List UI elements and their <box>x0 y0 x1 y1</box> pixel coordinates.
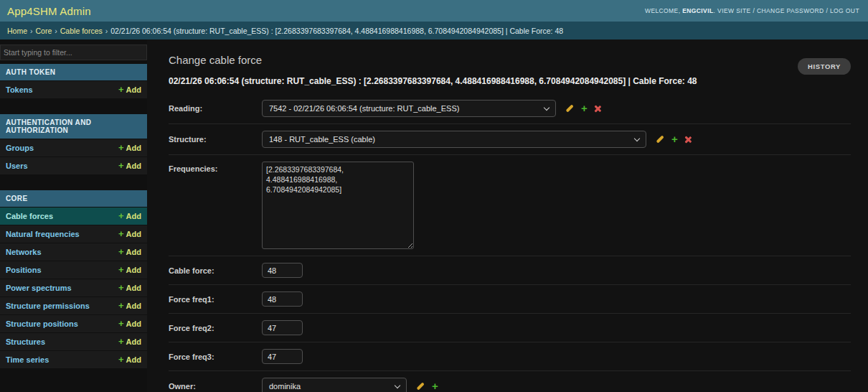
force-freq1-input[interactable] <box>262 291 303 307</box>
owner-select[interactable]: dominika <box>262 378 407 392</box>
logout-link[interactable]: LOG OUT <box>830 7 859 14</box>
cable-force-input[interactable] <box>262 263 303 278</box>
section-title: CORE <box>0 190 147 207</box>
force-freq3-input[interactable] <box>262 349 303 364</box>
sidebar-item-natural-frequencies[interactable]: Natural frequencies +Add <box>0 225 147 243</box>
plus-icon: + <box>118 320 124 327</box>
plus-icon: + <box>118 162 124 169</box>
plus-icon: + <box>118 284 124 291</box>
add-networks-link[interactable]: +Add <box>118 248 141 256</box>
form-row-force-freq3: Force freq3: <box>169 342 851 371</box>
add-structure-permissions-link[interactable]: +Add <box>118 302 141 310</box>
sidebar-item-power-spectrums[interactable]: Power spectrums +Add <box>0 279 147 297</box>
edit-reading-icon[interactable] <box>565 103 575 113</box>
model-link[interactable]: Networks <box>6 248 42 256</box>
welcome-text: WELCOME, <box>645 7 680 14</box>
site-brand[interactable]: App4SHM Admin <box>7 5 91 17</box>
section-title: AUTHENTICATION AND AUTHORIZATION <box>0 114 147 139</box>
username: ENGCIVIL <box>682 7 713 14</box>
model-link[interactable]: Users <box>6 162 28 170</box>
model-link[interactable]: Positions <box>6 266 42 274</box>
form-row-cable-force: Cable force: <box>169 256 851 285</box>
sidebar-item-users[interactable]: Users +Add <box>0 157 147 174</box>
model-link[interactable]: Tokens <box>6 85 33 94</box>
frequencies-label: Frequencies: <box>169 162 262 173</box>
add-structure-icon[interactable]: + <box>671 135 678 144</box>
add-structures-link[interactable]: +Add <box>118 337 141 346</box>
plus-icon: + <box>118 248 124 256</box>
view-site-link[interactable]: VIEW SITE <box>717 7 751 14</box>
sidebar-item-time-series[interactable]: Time series +Add <box>0 351 147 368</box>
force-freq3-label: Force freq3: <box>169 353 262 361</box>
model-link[interactable]: Cable forces <box>6 212 53 220</box>
model-link[interactable]: Structure permissions <box>6 302 90 310</box>
sidebar-item-structure-positions[interactable]: Structure positions +Add <box>0 315 147 332</box>
breadcrumb: Home › Core › Cable forces › 02/21/26 06… <box>0 22 868 39</box>
frequencies-textarea[interactable]: [2.2683397683397684, 4.488416988416988, … <box>262 162 414 249</box>
sidebar-item-structure-permissions[interactable]: Structure permissions +Add <box>0 297 147 314</box>
delete-structure-icon[interactable] <box>684 136 692 144</box>
edit-structure-icon[interactable] <box>655 134 665 144</box>
sidebar-item-groups[interactable]: Groups +Add <box>0 139 147 157</box>
form-row-reading: Reading: 7542 - 02/21/26 06:06:54 (struc… <box>169 93 851 124</box>
model-link[interactable]: Groups <box>6 144 34 152</box>
sidebar-item-networks[interactable]: Networks +Add <box>0 243 147 261</box>
sidebar-section-auth: AUTHENTICATION AND AUTHORIZATION Groups … <box>0 114 147 174</box>
structure-select[interactable]: 148 - RUT_cable_ESS (cable) <box>262 131 646 148</box>
plus-icon: + <box>118 230 124 238</box>
owner-label: Owner: <box>169 382 262 391</box>
model-link[interactable]: Structure positions <box>6 319 78 328</box>
history-button[interactable]: HISTORY <box>798 58 851 75</box>
add-natural-frequencies-link[interactable]: +Add <box>118 230 141 238</box>
chevron-down-icon <box>634 135 640 141</box>
plus-icon: + <box>118 266 124 274</box>
add-positions-link[interactable]: +Add <box>118 266 141 274</box>
add-power-spectrums-link[interactable]: +Add <box>118 284 141 292</box>
add-groups-link[interactable]: +Add <box>118 144 141 152</box>
main-content: HISTORY Change cable force 02/21/26 06:0… <box>147 39 868 392</box>
sidebar-item-cable-forces[interactable]: Cable forces +Add <box>0 207 147 225</box>
plus-icon: + <box>118 213 124 220</box>
plus-icon: + <box>118 338 124 345</box>
user-tools: WELCOME, ENGCIVIL. VIEW SITE / CHANGE PA… <box>645 7 859 14</box>
sidebar-item-structures[interactable]: Structures +Add <box>0 333 147 350</box>
delete-reading-icon[interactable] <box>594 105 602 113</box>
force-freq2-label: Force freq2: <box>169 324 262 332</box>
form-row-frequencies: Frequencies: [2.2683397683397684, 4.4884… <box>169 155 851 256</box>
owner-selected-value: dominika <box>269 382 301 391</box>
section-title: AUTH TOKEN <box>0 64 147 80</box>
sidebar-nav: AUTH TOKEN Tokens +Add AUTHENTICATION AN… <box>0 39 147 392</box>
breadcrumb-home[interactable]: Home <box>7 27 27 35</box>
model-link[interactable]: Structures <box>6 337 45 346</box>
add-structure-positions-link[interactable]: +Add <box>118 319 141 328</box>
sidebar-item-positions[interactable]: Positions +Add <box>0 261 147 279</box>
form-row-force-freq1: Force freq1: <box>169 285 851 314</box>
add-users-link[interactable]: +Add <box>118 162 141 170</box>
structure-label: Structure: <box>169 135 262 144</box>
breadcrumb-cable-forces[interactable]: Cable forces <box>60 27 103 35</box>
add-tokens-link[interactable]: +Add <box>118 85 141 94</box>
add-time-series-link[interactable]: +Add <box>118 355 141 364</box>
add-owner-icon[interactable]: + <box>432 382 438 391</box>
model-link[interactable]: Natural frequencies <box>6 230 80 238</box>
force-freq2-input[interactable] <box>262 320 303 335</box>
change-password-link[interactable]: CHANGE PASSWORD <box>757 7 824 14</box>
plus-icon: + <box>118 144 124 151</box>
add-reading-icon[interactable]: + <box>581 104 588 113</box>
owner-related-actions: + <box>415 381 438 391</box>
header-bar: App4SHM Admin WELCOME, ENGCIVIL. VIEW SI… <box>0 0 868 22</box>
sidebar-item-tokens[interactable]: Tokens +Add <box>0 81 147 98</box>
chevron-down-icon <box>544 104 549 110</box>
plus-icon: + <box>118 86 124 93</box>
cable-force-label: Cable force: <box>169 266 262 275</box>
form-row-force-freq2: Force freq2: <box>169 314 851 342</box>
plus-icon: + <box>118 302 124 309</box>
sidebar-filter-input[interactable] <box>0 45 147 60</box>
edit-owner-icon[interactable] <box>415 381 425 391</box>
breadcrumb-core[interactable]: Core <box>36 27 52 35</box>
model-link[interactable]: Time series <box>6 355 49 364</box>
add-cable-forces-link[interactable]: +Add <box>118 212 141 220</box>
reading-select[interactable]: 7542 - 02/21/26 06:06:54 (structure: RUT… <box>262 100 556 117</box>
form-row-structure: Structure: 148 - RUT_cable_ESS (cable) + <box>169 124 851 155</box>
model-link[interactable]: Power spectrums <box>6 284 72 292</box>
